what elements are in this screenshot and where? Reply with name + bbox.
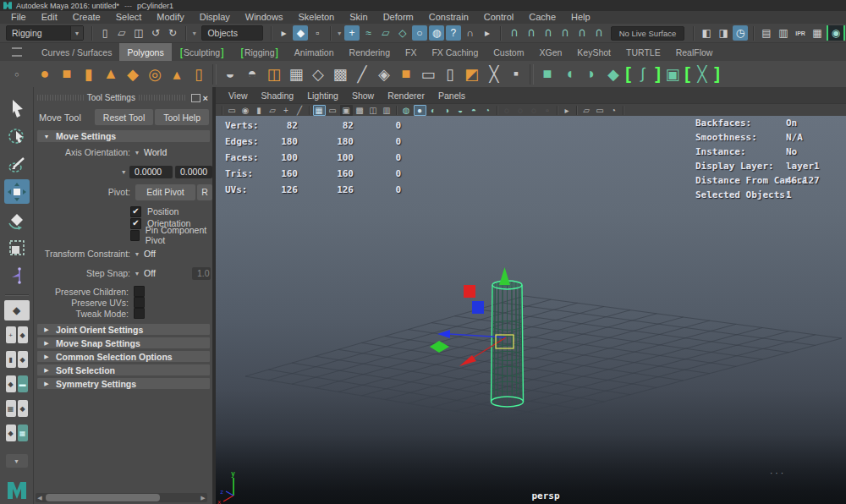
make-live-icon[interactable]: ⊃	[591, 25, 606, 41]
highlight-selection-icon[interactable]: ▸	[480, 25, 495, 41]
close-icon[interactable]: ×	[203, 95, 208, 101]
poly-cylinder-icon[interactable]: ▮	[78, 63, 100, 85]
chevron-down-icon[interactable]: ▼	[118, 169, 129, 175]
scrollbar-thumb[interactable]	[46, 494, 160, 501]
shelf-tab[interactable]: [ TURTLE ]	[618, 43, 668, 61]
boolean-icon[interactable]: ▦	[285, 63, 307, 85]
snap-to-projected-center-icon[interactable]: ⊃	[557, 25, 572, 41]
live-surface-field[interactable]: No Live Surface	[611, 26, 684, 41]
yz-plane-handle[interactable]	[464, 285, 475, 298]
smooth-brush-icon[interactable]: ◖	[558, 63, 580, 85]
persp-outliner-layout-button[interactable]: ◆▬	[4, 374, 30, 394]
menubar-item[interactable]: Skin	[342, 11, 375, 24]
smooth-shade-mode-icon[interactable]: ●	[414, 105, 426, 116]
combine-icon[interactable]: ◒	[219, 63, 241, 85]
menubar-item[interactable]: Windows	[238, 11, 291, 24]
select-hierarchy-mode-icon[interactable]: ▸	[276, 25, 291, 41]
vp-separator[interactable]	[396, 106, 397, 115]
vp-separator[interactable]	[557, 106, 558, 115]
vp-separator[interactable]	[309, 106, 310, 115]
shadows-icon[interactable]: ◒	[454, 105, 467, 116]
menubar-item[interactable]: Control	[476, 11, 521, 24]
snap-to-curve-icon[interactable]: ⊃	[523, 25, 538, 41]
grease-pencil-frame-icon[interactable]: ▱	[580, 105, 593, 116]
open-scene-icon[interactable]: ▱	[114, 25, 129, 41]
select-misc-mask-icon[interactable]: ?	[446, 25, 461, 41]
menubar-item[interactable]: Help	[563, 11, 598, 24]
render-settings-icon[interactable]: ▦	[810, 25, 825, 41]
rotate-tool[interactable]	[4, 207, 30, 232]
scale-tool[interactable]	[4, 235, 30, 260]
poly-cube-icon[interactable]: ■	[56, 63, 78, 85]
shrink-wrap-icon[interactable]: ╳	[691, 63, 713, 85]
checkbox[interactable]: ✔	[134, 286, 145, 297]
poly-plane-icon[interactable]: ◆	[122, 63, 144, 85]
new-scene-icon[interactable]: ▯	[97, 25, 113, 41]
safe-action-icon[interactable]: ▥	[381, 105, 393, 116]
chevron-down-icon[interactable]: ▼	[130, 251, 144, 257]
menubar-item[interactable]: Skeleton	[290, 11, 342, 24]
menubar-item[interactable]: Constrain	[421, 11, 476, 24]
select-tool[interactable]	[4, 96, 30, 120]
viewport-menu-item[interactable]: View	[222, 89, 255, 103]
reset-tool-button[interactable]: Reset Tool	[95, 109, 153, 125]
shelf-separator[interactable]	[530, 64, 534, 85]
checkbox[interactable]: ✔	[134, 297, 145, 308]
settings-section-header[interactable]: ▶ Joint Orient Settings	[37, 324, 210, 335]
single-pane-layout-button[interactable]: ◆	[4, 300, 30, 320]
menuset-dropdown[interactable]: Rigging ▼	[6, 25, 84, 41]
separate-icon[interactable]: ◓	[241, 63, 263, 85]
hypershade-persp-layout-button[interactable]: ▦◆	[4, 398, 30, 419]
select-deformation-mask-icon[interactable]: ◇	[395, 25, 410, 41]
menubar-item[interactable]: Deform	[376, 11, 421, 24]
bookmark-icon[interactable]: ▮	[253, 105, 266, 116]
vp-separator[interactable]	[623, 106, 624, 115]
lock-selection-icon[interactable]: ∩	[463, 25, 478, 41]
viewport-menu-item[interactable]: Renderer	[381, 89, 431, 103]
shelf-tab[interactable]: [ XGen ]	[531, 43, 569, 61]
scroll-right-icon[interactable]: ▶	[199, 495, 207, 501]
sculpt-tool-icon[interactable]: ■	[536, 63, 558, 85]
mirror-icon[interactable]: ◫	[263, 63, 285, 85]
axis-orientation-value[interactable]: World	[144, 147, 167, 157]
mask-expand-icon[interactable]: ▼	[190, 30, 198, 36]
settings-section-header[interactable]: ▶ Soft Selection	[37, 364, 210, 375]
camera-attributes-icon[interactable]: ◉	[239, 105, 252, 116]
render-current-frame-icon[interactable]: ▥	[776, 25, 791, 41]
move-settings-section-header[interactable]: ▼ Move Settings	[37, 130, 210, 142]
shelf-options-icon[interactable]: ○	[0, 70, 34, 79]
viewport-menu-item[interactable]: Shading	[255, 89, 301, 103]
layout-menu-button[interactable]: ▼	[6, 454, 28, 468]
shelf-tab[interactable]: [ Custom ]	[486, 43, 531, 61]
settings-section-header[interactable]: ▶ Move Snap Settings	[37, 337, 210, 348]
tool-settings-titlebar[interactable]: Tool Settings ×	[34, 91, 212, 104]
offset-edge-loop-icon[interactable]: ▯	[439, 63, 461, 85]
menubar-item[interactable]: Modify	[149, 11, 191, 24]
xray-icon[interactable]: ◌	[501, 105, 514, 116]
poly-sphere-icon[interactable]: ●	[34, 63, 56, 85]
move-tool[interactable]	[4, 179, 30, 204]
reset-pivot-button[interactable]: R	[197, 184, 212, 200]
retopologize-icon[interactable]: ▩	[329, 63, 351, 85]
insert-edge-loop-icon[interactable]: ▭	[417, 63, 439, 85]
motion-blur-icon[interactable]: ◔	[481, 105, 494, 116]
preserve-uvs-checkbox[interactable]: Preserve UVs: ✔	[39, 297, 212, 308]
use-all-lights-icon[interactable]: ◑	[441, 105, 453, 116]
menubar-item[interactable]: Create	[65, 11, 108, 24]
smooth-mesh-icon[interactable]: ◇	[307, 63, 329, 85]
checkbox[interactable]: ✔	[130, 218, 141, 229]
input-connections-icon[interactable]: ◧	[699, 25, 714, 41]
select-component-mode-icon[interactable]: ▫	[310, 25, 325, 41]
save-scene-icon[interactable]: ◫	[131, 25, 146, 41]
snap-to-grid-icon[interactable]: ⊃	[506, 25, 521, 41]
shelf-tab[interactable]: [ RealFlow ]	[668, 43, 721, 61]
shelf-bracket-open[interactable]: [	[684, 63, 691, 85]
multi-cut-icon[interactable]: ╱	[351, 63, 373, 85]
curve-warp-icon[interactable]: ∫	[632, 63, 654, 85]
edge-flow-icon[interactable]: ◈	[373, 63, 395, 85]
shelf-tab[interactable]: [ FX ]	[398, 43, 424, 61]
step-snap-value[interactable]: Off	[144, 268, 192, 278]
four-pane-layout-button[interactable]: +◆	[4, 325, 30, 345]
tweak-mode-checkbox[interactable]: Tweak Mode: ✔	[39, 308, 212, 319]
grease-pencil-icon[interactable]: ╱	[294, 105, 306, 116]
